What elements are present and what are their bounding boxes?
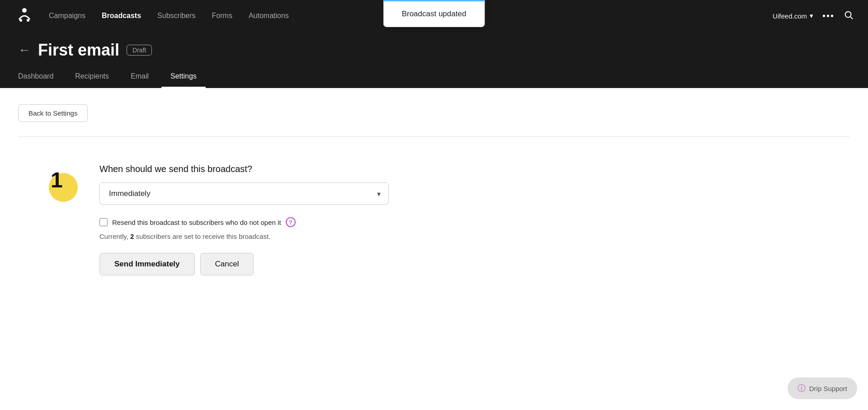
page-header: ← First email Draft Dashboard Recipients… (0, 32, 868, 88)
tab-settings[interactable]: Settings (161, 68, 206, 88)
resend-label: Resend this broadcast to subscribers who… (112, 219, 281, 226)
divider (18, 136, 850, 137)
resend-checkbox[interactable] (99, 218, 108, 226)
subscribers-count: 2 (130, 233, 134, 240)
more-options-button[interactable]: ••• (822, 11, 835, 21)
subscribers-suffix: subscribers are set to receive this broa… (136, 233, 271, 240)
nav-right: Uifeed.com ▾ ••• (773, 10, 854, 22)
toast-notification: Broadcast updated (383, 0, 485, 27)
page-tabs: Dashboard Recipients Email Settings (18, 68, 850, 88)
back-to-settings-button[interactable]: Back to Settings (18, 104, 88, 122)
svg-point-3 (27, 19, 29, 22)
send-immediately-button[interactable]: Send Immediately (99, 253, 195, 275)
nav-automations[interactable]: Automations (249, 12, 289, 20)
search-button[interactable] (844, 10, 854, 22)
svg-point-2 (19, 19, 22, 22)
schedule-select-wrapper: Immediately Scheduled ▾ (99, 182, 389, 205)
nav-subscribers[interactable]: Subscribers (157, 12, 195, 20)
step-number: 1 (51, 169, 63, 191)
help-icon[interactable]: ? (286, 217, 296, 227)
page-title-row: ← First email Draft (18, 32, 850, 60)
send-form-area: 1 When should we send this broadcast? Im… (18, 155, 850, 275)
nav-broadcasts[interactable]: Broadcasts (102, 12, 141, 20)
schedule-select[interactable]: Immediately Scheduled (99, 182, 389, 205)
tab-recipients[interactable]: Recipients (66, 68, 118, 88)
form-question: When should we send this broadcast? (99, 164, 407, 174)
form-content: When should we send this broadcast? Imme… (99, 164, 407, 275)
main-content: Back to Settings 1 When should we send t… (0, 88, 868, 404)
chevron-down-icon: ▾ (810, 12, 813, 20)
page-title: First email (38, 41, 119, 60)
support-icon: ⓘ (797, 383, 806, 394)
svg-point-4 (845, 11, 851, 17)
cancel-button[interactable]: Cancel (200, 253, 254, 275)
drip-support-button[interactable]: ⓘ Drip Support (788, 377, 857, 399)
nav-campaigns[interactable]: Campaigns (49, 12, 85, 20)
back-arrow-icon[interactable]: ← (18, 43, 31, 57)
tab-email[interactable]: Email (122, 68, 158, 88)
toast-message: Broadcast updated (402, 9, 467, 18)
site-name: Uifeed.com (773, 12, 807, 20)
tab-dashboard[interactable]: Dashboard (18, 68, 62, 88)
step-icon: 1 (45, 169, 78, 202)
action-buttons: Send Immediately Cancel (99, 253, 407, 275)
nav-forms[interactable]: Forms (212, 12, 232, 20)
site-selector[interactable]: Uifeed.com ▾ (773, 12, 813, 20)
logo[interactable] (14, 6, 34, 26)
svg-point-1 (22, 8, 27, 13)
svg-line-5 (850, 17, 853, 19)
subscribers-info: Currently, 2 subscribers are set to rece… (99, 233, 407, 240)
subscribers-prefix: Currently, (99, 233, 128, 240)
draft-badge: Draft (127, 45, 152, 56)
top-navigation: Campaigns Broadcasts Subscribers Forms A… (0, 0, 868, 32)
resend-checkbox-row: Resend this broadcast to subscribers who… (99, 217, 407, 227)
drip-support-label: Drip Support (809, 385, 847, 392)
